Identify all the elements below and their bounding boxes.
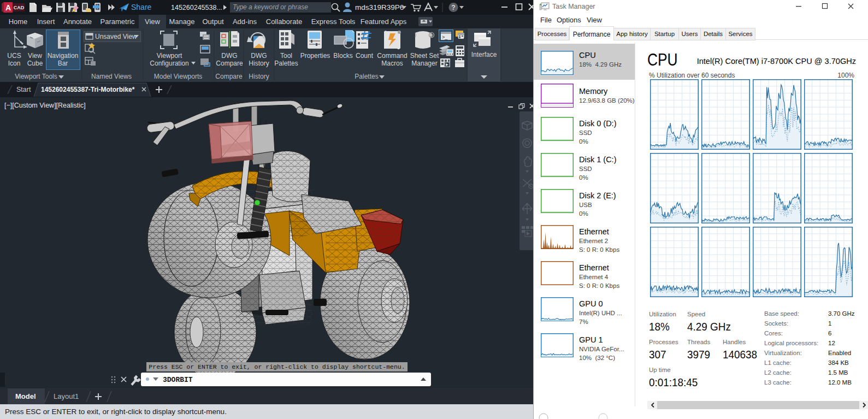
svg-text:UCS: UCS <box>7 52 21 60</box>
svg-text:Type a keyword or phrase: Type a keyword or phrase <box>233 3 308 11</box>
svg-text:?: ? <box>451 4 455 11</box>
svg-text:Navigation: Navigation <box>48 52 79 60</box>
svg-text:History: History <box>249 60 269 67</box>
svg-text:DWG: DWG <box>251 52 267 60</box>
svg-text:Configuration: Configuration <box>150 60 188 67</box>
svg-text:Tool: Tool <box>280 52 292 60</box>
svg-text:Blocks: Blocks <box>333 52 352 60</box>
svg-text:Layout1: Layout1 <box>54 392 79 400</box>
svg-text:Model: Model <box>15 392 36 400</box>
svg-text:Viewport Tools: Viewport Tools <box>15 73 57 80</box>
svg-text:3DORBIT: 3DORBIT <box>163 376 193 384</box>
svg-text:Model Viewports: Model Viewports <box>154 73 203 80</box>
svg-text:Sheet Set: Sheet Set <box>410 52 439 60</box>
svg-text:Macros: Macros <box>381 60 403 67</box>
svg-text:Start: Start <box>16 86 31 93</box>
svg-text:Manager: Manager <box>411 60 437 67</box>
svg-text:Palettes: Palettes <box>274 60 298 67</box>
svg-text:Command: Command <box>377 52 407 60</box>
svg-text:DWG: DWG <box>221 52 237 60</box>
svg-text:>_: >_ <box>442 34 448 40</box>
svg-text:Unsaved View: Unsaved View <box>95 33 137 40</box>
svg-text:Icon: Icon <box>8 60 21 67</box>
svg-text:Compare: Compare <box>216 60 243 67</box>
svg-text:Properties: Properties <box>300 52 330 60</box>
svg-text:Interface: Interface <box>471 51 497 58</box>
svg-text:Cube: Cube <box>27 60 43 67</box>
svg-text:Bar: Bar <box>58 60 68 67</box>
svg-text:Share: Share <box>131 3 152 11</box>
svg-text:145260245538...: 145260245538... <box>171 4 222 11</box>
svg-text:CAD: CAD <box>14 5 25 10</box>
svg-text:View: View <box>28 52 42 60</box>
svg-text:Palettes: Palettes <box>355 73 378 80</box>
svg-text:History: History <box>249 73 269 80</box>
svg-text:A: A <box>5 3 11 12</box>
svg-text:Viewport: Viewport <box>157 52 182 60</box>
svg-text:1452602455387-Tri-Motorbike*: 1452602455387-Tri-Motorbike* <box>41 86 135 93</box>
svg-text:Count: Count <box>356 52 374 60</box>
svg-text:Named Views: Named Views <box>91 73 132 80</box>
svg-text:mds319R39P6: mds319R39P6 <box>355 3 404 11</box>
svg-text:Compare: Compare <box>215 73 243 80</box>
